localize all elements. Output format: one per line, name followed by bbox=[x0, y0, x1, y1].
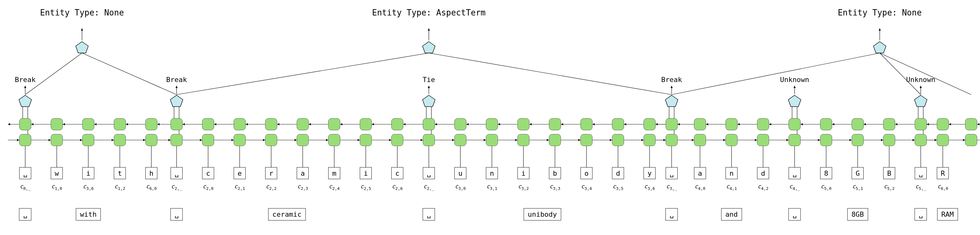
svg-marker-34 bbox=[915, 95, 927, 107]
char-box: d bbox=[612, 167, 624, 179]
rnn-cell-backward bbox=[549, 118, 561, 130]
decision-pentagon bbox=[422, 94, 436, 107]
rnn-cell-forward bbox=[454, 134, 466, 146]
word-box: RAM bbox=[937, 208, 958, 221]
rnn-cell-forward bbox=[297, 134, 309, 146]
word-box: unibody bbox=[524, 208, 561, 221]
rnn-cell-forward bbox=[694, 134, 706, 146]
decision-pentagon bbox=[665, 94, 679, 107]
rnn-cell-forward bbox=[937, 134, 949, 146]
svg-line-12 bbox=[880, 53, 971, 94]
rnn-cell-forward bbox=[391, 134, 403, 146]
char-subscript: c4,0 bbox=[695, 183, 705, 191]
char-box: 8 bbox=[820, 167, 832, 179]
char-box: o bbox=[581, 167, 592, 179]
word-box: ␣ bbox=[19, 208, 31, 221]
rnn-cell-forward bbox=[145, 134, 158, 146]
rnn-cell-backward bbox=[852, 118, 864, 130]
rnn-cell-forward bbox=[915, 134, 927, 146]
char-box: e bbox=[234, 167, 246, 179]
rnn-cell-forward bbox=[883, 134, 895, 146]
char-subscript: c6,0 bbox=[146, 183, 157, 191]
entity-type-label: Entity Type: None bbox=[40, 8, 124, 18]
svg-line-10 bbox=[671, 53, 880, 94]
svg-marker-5 bbox=[423, 42, 435, 53]
rnn-cell-backward bbox=[423, 118, 435, 130]
char-box: ␣ bbox=[19, 167, 31, 179]
char-subscript: c4,1 bbox=[726, 183, 737, 191]
rnn-cell-backward bbox=[486, 118, 498, 130]
rnn-cell-backward bbox=[391, 118, 403, 130]
svg-marker-9 bbox=[873, 42, 886, 53]
char-box: n bbox=[725, 167, 738, 179]
decision-label: Break bbox=[15, 76, 36, 83]
char-subscript: c2,5 bbox=[360, 183, 371, 191]
char-subscript: c4,2 bbox=[758, 183, 768, 191]
rnn-cell-backward bbox=[937, 118, 949, 130]
char-box: b bbox=[549, 167, 561, 179]
rnn-cell-forward bbox=[328, 134, 340, 146]
entity-type-label: Entity Type: None bbox=[838, 8, 922, 18]
svg-line-11 bbox=[880, 53, 921, 94]
char-box: n bbox=[486, 167, 498, 179]
word-box: ␣ bbox=[665, 208, 678, 221]
rnn-cell-backward bbox=[965, 118, 977, 130]
char-box: R bbox=[937, 167, 949, 179]
rnn-cell-backward bbox=[114, 118, 126, 130]
rnn-cell-backward bbox=[915, 118, 927, 130]
entity-type-label: Entity Type: AspectTerm bbox=[372, 8, 485, 18]
rnn-cell-backward bbox=[612, 118, 624, 130]
rnn-cell-forward bbox=[19, 134, 31, 146]
char-subscript: c5,1 bbox=[852, 183, 863, 191]
rnn-cell-forward bbox=[423, 134, 435, 146]
svg-line-7 bbox=[429, 53, 671, 94]
char-box: B bbox=[883, 167, 895, 179]
char-box: ␣ bbox=[789, 167, 800, 179]
word-box: ␣ bbox=[915, 208, 927, 221]
rnn-cell-backward bbox=[145, 118, 158, 130]
rnn-cell-forward bbox=[82, 134, 94, 146]
char-box: ␣ bbox=[915, 167, 927, 179]
rnn-cell-backward bbox=[789, 118, 800, 130]
svg-marker-1 bbox=[76, 42, 88, 53]
decision-label: Unknown bbox=[906, 76, 935, 83]
svg-marker-30 bbox=[788, 95, 801, 107]
rnn-cell-backward bbox=[328, 118, 340, 130]
rnn-cell-backward bbox=[644, 118, 655, 130]
rnn-cell-forward bbox=[852, 134, 864, 146]
char-box: i bbox=[360, 167, 372, 179]
char-subscript: c3,4 bbox=[581, 183, 592, 191]
entity-pentagon bbox=[873, 41, 887, 54]
decision-label: Break bbox=[661, 76, 682, 83]
char-box: c bbox=[391, 167, 403, 179]
rnn-cell-forward bbox=[114, 134, 126, 146]
rnn-cell-forward bbox=[612, 134, 624, 146]
char-subscript: c4,_ bbox=[789, 183, 800, 191]
rnn-cell-backward bbox=[725, 118, 738, 130]
char-box: a bbox=[297, 167, 309, 179]
char-subscript: c3,5 bbox=[612, 183, 624, 191]
char-subscript: c3,2 bbox=[518, 183, 529, 191]
char-subscript: c0,_ bbox=[20, 183, 30, 191]
nn-diagram: Entity Type: NoneEntity Type: AspectTerm… bbox=[6, 6, 974, 229]
word-box: ␣ bbox=[788, 208, 800, 221]
svg-line-2 bbox=[25, 53, 82, 94]
rnn-cell-forward bbox=[360, 134, 372, 146]
rnn-cell-forward bbox=[757, 134, 769, 146]
decision-pentagon bbox=[788, 94, 802, 107]
rnn-cell-backward bbox=[820, 118, 832, 130]
word-box: with bbox=[76, 208, 101, 221]
rnn-cell-forward bbox=[265, 134, 277, 146]
rnn-cell-forward bbox=[725, 134, 738, 146]
rnn-cell-backward bbox=[581, 118, 592, 130]
rnn-cell-backward bbox=[694, 118, 706, 130]
char-box: i bbox=[517, 167, 530, 179]
rnn-cell-backward bbox=[82, 118, 94, 130]
rnn-cell-forward bbox=[170, 134, 183, 146]
char-subscript: c5,0 bbox=[821, 183, 832, 191]
char-box: y bbox=[644, 167, 655, 179]
rnn-cell-backward bbox=[757, 118, 769, 130]
char-subscript: c3,_ bbox=[666, 183, 677, 191]
char-box: c bbox=[202, 167, 214, 179]
rnn-cell-forward bbox=[234, 134, 246, 146]
